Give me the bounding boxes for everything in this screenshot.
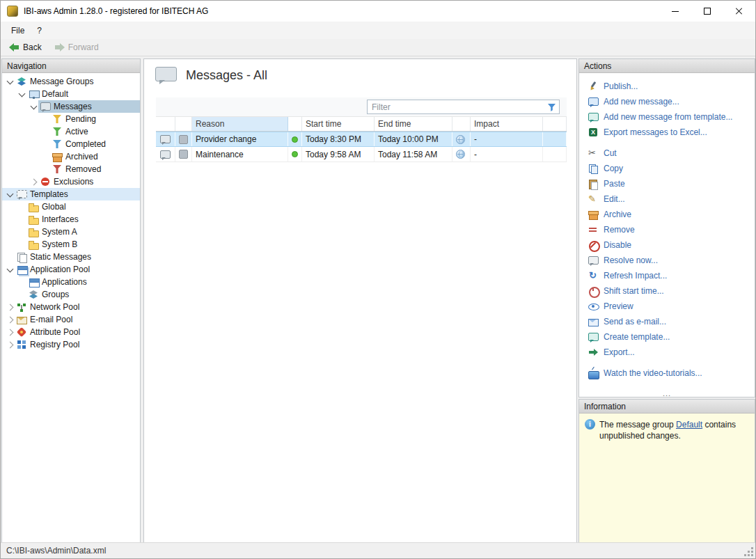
tree-item-applications[interactable]: Applications: [2, 276, 140, 288]
action-preview[interactable]: Preview: [579, 299, 755, 314]
tree-item-e-mail-pool[interactable]: E-mail Pool: [2, 313, 140, 326]
publish-pen-icon: [588, 81, 599, 92]
expander-expanded-icon[interactable]: [5, 265, 15, 274]
tree-item-label: Interfaces: [42, 213, 79, 226]
tree-item-groups[interactable]: Groups: [2, 288, 140, 301]
column-header-impact[interactable]: Impact: [471, 117, 543, 131]
filter-input[interactable]: [368, 102, 545, 112]
actions-panel: Actions Publish...Add new message...Add …: [578, 58, 755, 397]
tree-item-registry-pool[interactable]: Registry Pool: [2, 338, 140, 351]
folder-icon: [28, 239, 39, 250]
action-remove[interactable]: Remove: [579, 222, 755, 237]
expander-placeholder: [17, 239, 26, 249]
action-edit[interactable]: Edit...: [579, 191, 755, 207]
tree-item-active[interactable]: Active: [2, 125, 140, 138]
expander-collapsed-icon[interactable]: [29, 177, 38, 187]
tree-item-content: Templates: [15, 188, 140, 200]
back-button[interactable]: Back: [5, 41, 46, 54]
expander-expanded-icon[interactable]: [29, 102, 38, 111]
expander-collapsed-icon[interactable]: [5, 340, 15, 349]
action-add-new-message-from-template[interactable]: Add new message from template...: [579, 109, 755, 125]
action-send-as-e-mail[interactable]: Send as e-mail...: [579, 314, 755, 329]
column-header-impact_icon[interactable]: [452, 117, 471, 131]
tree-item-archived[interactable]: Archived: [2, 150, 140, 163]
action-publish[interactable]: Publish...: [579, 79, 755, 94]
tree-item-pending[interactable]: Pending: [2, 113, 140, 125]
tree-item-static-messages[interactable]: Static Messages: [2, 251, 140, 263]
tree-item-content: Interfaces: [26, 213, 140, 226]
tree-item-label: Messages: [54, 100, 92, 113]
column-header-status[interactable]: [288, 117, 302, 131]
maximize-button[interactable]: [691, 1, 723, 22]
tree-item-global[interactable]: Global: [2, 200, 140, 213]
grid-body: Provider changeToday 8:30 PMToday 10:00 …: [156, 132, 567, 162]
main-panel: Messages - All ReasonStart timeEnd timeI…: [143, 58, 577, 543]
menu-help[interactable]: ?: [31, 22, 48, 39]
tree-item-interfaces[interactable]: Interfaces: [2, 213, 140, 226]
resize-grip[interactable]: [744, 547, 754, 557]
action-shift-start-time[interactable]: Shift start time...: [579, 283, 755, 299]
action-export-messages-to-excel[interactable]: Export messages to Excel...: [579, 125, 755, 140]
tree-item-completed[interactable]: Completed: [2, 138, 140, 150]
action-create-template[interactable]: Create template...: [579, 329, 755, 345]
tree-item-removed[interactable]: Removed: [2, 163, 140, 175]
tree-item-messages[interactable]: Messages: [2, 100, 140, 113]
default-group-link[interactable]: Default: [676, 420, 702, 430]
expander-placeholder: [5, 252, 15, 262]
action-add-new-message[interactable]: Add new message...: [579, 94, 755, 109]
minimize-button[interactable]: [659, 1, 691, 22]
panel-splitter-grip[interactable]: ...: [579, 390, 755, 397]
expander-expanded-icon[interactable]: [17, 89, 26, 99]
tree-item-attribute-pool[interactable]: Attribute Pool: [2, 326, 140, 338]
filter-funnel-icon[interactable]: [545, 100, 559, 113]
close-button[interactable]: [723, 1, 755, 22]
action-paste[interactable]: Paste: [579, 176, 755, 191]
menu-file[interactable]: File: [5, 22, 31, 39]
tree-item-label: Archived: [65, 150, 98, 163]
forward-button[interactable]: Forward: [50, 41, 103, 54]
row-checkbox[interactable]: [179, 150, 188, 159]
tree-item-templates[interactable]: Templates: [2, 188, 140, 200]
row-checkbox[interactable]: [179, 135, 188, 144]
expander-collapsed-icon[interactable]: [5, 327, 15, 337]
messages-title-icon: [155, 66, 176, 84]
column-header-reason[interactable]: Reason: [192, 117, 288, 131]
action-archive[interactable]: Archive: [579, 207, 755, 222]
tree-item-content: Archived: [50, 150, 140, 163]
tree-item-content: Network Pool: [15, 301, 140, 313]
tree-item-default[interactable]: Default: [2, 88, 140, 100]
window-title: IBI-aws Admin 1.28.0 - registered for IB…: [24, 6, 208, 16]
expander-expanded-icon[interactable]: [5, 189, 15, 199]
tree-item-system-b[interactable]: System B: [2, 238, 140, 251]
column-header-start[interactable]: Start time: [302, 117, 375, 131]
action-label: Shift start time...: [604, 286, 664, 296]
expander-collapsed-icon[interactable]: [5, 302, 15, 312]
action-resolve-now[interactable]: Resolve now...: [579, 253, 755, 268]
tree-item-message-groups[interactable]: Message Groups: [2, 75, 140, 88]
mail-icon: [16, 314, 27, 325]
action-watch-the-video-tutorials[interactable]: Watch the video-tutorials...: [579, 365, 755, 381]
action-refresh-impact[interactable]: Refresh Impact...: [579, 268, 755, 283]
message-row[interactable]: Provider changeToday 8:30 PMToday 10:00 …: [156, 132, 567, 147]
tree-item-content: Default: [26, 88, 140, 100]
expander-collapsed-icon[interactable]: [5, 315, 15, 324]
action-export[interactable]: Export...: [579, 345, 755, 360]
tree-item-network-pool[interactable]: Network Pool: [2, 301, 140, 313]
column-header-icon[interactable]: [156, 117, 175, 131]
tree-item-exclusions[interactable]: Exclusions: [2, 175, 140, 188]
action-copy[interactable]: Copy: [579, 161, 755, 176]
refresh-icon: [588, 270, 599, 281]
tree-item-system-a[interactable]: System A: [2, 226, 140, 238]
column-header-check[interactable]: [175, 117, 192, 131]
column-header-end[interactable]: End time: [375, 117, 452, 131]
information-panel-header: Information: [579, 400, 755, 414]
column-header-filler[interactable]: [543, 117, 567, 131]
tree-item-content: Applications: [26, 276, 140, 288]
action-label: Disable: [604, 240, 631, 250]
active-status-icon: [292, 151, 298, 157]
action-cut[interactable]: Cut: [579, 145, 755, 161]
tree-item-application-pool[interactable]: Application Pool: [2, 263, 140, 276]
expander-expanded-icon[interactable]: [5, 77, 15, 86]
action-disable[interactable]: Disable: [579, 237, 755, 253]
message-row[interactable]: MaintenanceToday 9:58 AMToday 11:58 AM-: [156, 147, 567, 162]
